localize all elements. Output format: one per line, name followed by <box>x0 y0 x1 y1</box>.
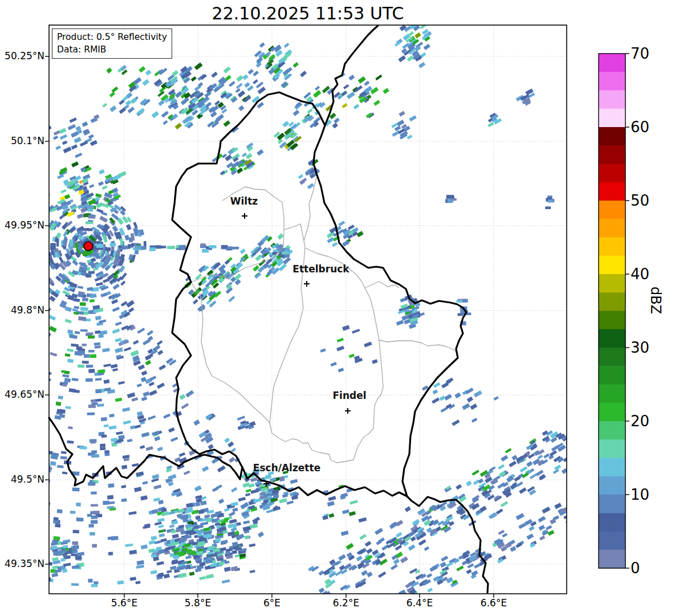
city-label-ettelbruck: Ettelbruck <box>258 263 384 275</box>
colorbar-tick-70: 70 <box>631 44 649 63</box>
city-label-findel: Findel <box>287 390 412 401</box>
colorbar-tick-40: 40 <box>631 265 649 283</box>
y-tick-label-4: 49.65°N <box>0 389 44 400</box>
x-tick-label-0: 5.6°E <box>96 597 153 609</box>
product-annotation-box: Product: 0.5° Reflectivity Data: RMIB <box>52 28 172 59</box>
y-tick-label-3: 49.8°N <box>0 304 44 316</box>
colorbar-axis-label: dBZ <box>648 287 664 314</box>
y-tick-label-6: 49.35°N <box>0 558 44 569</box>
y-tick-label-1: 50.1°N <box>0 135 44 146</box>
colorbar-tick-20: 20 <box>631 412 649 430</box>
radar-site-marker <box>84 242 93 251</box>
radar-figure: 22.10.2025 11:53 UTC Product: 0.5° Refle… <box>0 0 675 616</box>
colorbar-tick-60: 60 <box>631 118 649 136</box>
x-tick-label-2: 6°E <box>243 597 300 609</box>
y-tick-label-5: 49.5°N <box>0 474 44 485</box>
gridlines <box>49 25 567 594</box>
x-tick-label-1: 5.8°E <box>169 597 226 609</box>
colorbar-tick-30: 30 <box>631 338 649 357</box>
colorbar-tick-10: 10 <box>631 486 649 504</box>
y-tick-label-0: 50.25°N <box>0 50 44 62</box>
x-tick-label-5: 6.6°E <box>465 597 522 609</box>
y-tick-label-2: 49.95°N <box>0 219 44 231</box>
colorbar-tick-0: 0 <box>631 559 640 577</box>
x-tick-label-4: 6.4°E <box>391 597 448 609</box>
border-belgium_germany <box>325 26 378 125</box>
city-markers <box>242 213 351 487</box>
district-borders <box>191 175 458 463</box>
map-plot <box>0 0 675 616</box>
colorbar <box>599 54 629 569</box>
data-source-line: Data: RMIB <box>57 43 167 56</box>
map-frame <box>49 25 567 594</box>
x-tick-label-3: 6.2°E <box>318 597 375 609</box>
city-label-wiltz: Wiltz <box>181 195 307 207</box>
colorbar-tick-50: 50 <box>631 191 649 210</box>
radar-echoes <box>0 19 579 605</box>
city-label-esch-alzette: Esch/Alzette <box>224 462 349 474</box>
product-line: Product: 0.5° Reflectivity <box>57 31 167 43</box>
